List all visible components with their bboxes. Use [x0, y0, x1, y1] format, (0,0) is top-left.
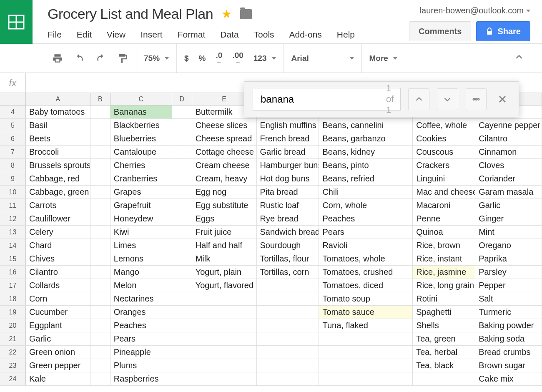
app-logo[interactable] — [0, 0, 33, 44]
undo-icon[interactable] — [73, 53, 85, 64]
cell[interactable]: Rice, jasmine — [413, 266, 475, 279]
cell[interactable]: Cilantro — [475, 132, 542, 145]
column-header[interactable]: A — [26, 93, 90, 105]
cell[interactable]: Rice, instant — [413, 252, 475, 265]
row-header[interactable]: 16 — [0, 266, 26, 279]
cell[interactable]: Cookies — [413, 132, 475, 145]
cell[interactable]: Broccoli — [26, 146, 90, 158]
cell[interactable] — [90, 226, 110, 239]
comments-button[interactable]: Comments — [409, 21, 471, 41]
column-header[interactable]: D — [172, 93, 192, 105]
cell[interactable] — [90, 146, 110, 158]
cell[interactable]: Baking soda — [475, 332, 542, 345]
cell[interactable]: Tomato soup — [319, 292, 413, 305]
cell[interactable]: Corn — [26, 292, 90, 305]
cell[interactable]: Cheese spread — [192, 132, 257, 145]
cell[interactable]: Carrots — [26, 199, 90, 212]
row-header[interactable]: 11 — [0, 199, 26, 212]
cell[interactable]: Kiwi — [110, 226, 172, 239]
cell[interactable]: Salt — [475, 292, 542, 305]
cell[interactable]: Celery — [26, 226, 90, 239]
cell[interactable]: Tomatoes, crushed — [319, 266, 413, 279]
cell[interactable]: Corn, whole — [319, 199, 413, 212]
cell[interactable] — [90, 279, 110, 292]
cell[interactable]: Mango — [110, 266, 172, 279]
cell[interactable] — [172, 119, 192, 132]
menu-edit[interactable]: Edit — [77, 30, 92, 40]
row-header[interactable]: 17 — [0, 279, 26, 292]
cell[interactable] — [90, 306, 110, 319]
menu-help[interactable]: Help — [337, 30, 355, 40]
cell[interactable]: Oranges — [110, 306, 172, 319]
cell[interactable]: Cilantro — [26, 266, 90, 279]
row-header[interactable]: 5 — [0, 119, 26, 132]
cell[interactable]: Beans, cannelini — [319, 119, 413, 132]
account-email[interactable]: lauren-bowen@outlook.com — [420, 6, 530, 15]
cell[interactable] — [172, 306, 192, 319]
row-header[interactable]: 9 — [0, 172, 26, 185]
cell[interactable]: Chard — [26, 239, 90, 252]
cell[interactable] — [172, 132, 192, 145]
cell[interactable]: Macaroni — [413, 199, 475, 212]
cell[interactable] — [90, 372, 110, 385]
cell[interactable] — [172, 146, 192, 158]
more-toolbar-dropdown[interactable]: More — [369, 54, 397, 63]
cell[interactable] — [90, 119, 110, 132]
row-header[interactable]: 21 — [0, 332, 26, 345]
cell[interactable] — [90, 239, 110, 252]
cell[interactable]: Grapefruit — [110, 199, 172, 212]
cell[interactable]: Garlic bread — [257, 146, 319, 158]
cell[interactable]: Pita bread — [257, 186, 319, 199]
cell[interactable]: Plums — [110, 359, 172, 372]
cell[interactable] — [192, 319, 257, 332]
menu-view[interactable]: View — [107, 30, 125, 40]
cell[interactable] — [192, 292, 257, 305]
cell[interactable]: Coriander — [475, 172, 542, 185]
cell[interactable]: Hamburger buns — [257, 159, 319, 172]
cell[interactable]: Pineapple — [110, 346, 172, 359]
row-header[interactable]: 23 — [0, 359, 26, 372]
cell[interactable]: Cinnamon — [475, 146, 542, 158]
cell[interactable]: Spaghetti — [413, 306, 475, 319]
cell[interactable]: Pears — [110, 332, 172, 345]
row-header[interactable]: 7 — [0, 146, 26, 158]
star-icon[interactable]: ★ — [221, 7, 232, 21]
cell[interactable]: Egg substitute — [192, 199, 257, 212]
cell[interactable]: Green onion — [26, 346, 90, 359]
cell[interactable] — [90, 186, 110, 199]
select-all-corner[interactable] — [0, 93, 26, 105]
document-title[interactable]: Grocery List and Meal Plan — [48, 6, 213, 22]
cell[interactable]: Peaches — [110, 319, 172, 332]
cell[interactable]: Pears — [319, 226, 413, 239]
cell[interactable]: Rotini — [413, 292, 475, 305]
cell[interactable]: Beets — [26, 132, 90, 145]
cell[interactable] — [172, 346, 192, 359]
find-input-box[interactable]: 1 of 1 — [253, 88, 401, 111]
cell[interactable]: Cream, heavy — [192, 172, 257, 185]
decrease-decimal-button[interactable]: .0 ← — [216, 51, 223, 65]
cell[interactable]: Eggplant — [26, 319, 90, 332]
cell[interactable] — [257, 306, 319, 319]
find-prev-button[interactable] — [408, 88, 429, 110]
menu-format[interactable]: Format — [178, 30, 206, 40]
cell[interactable] — [319, 372, 413, 385]
cell[interactable]: Tomato sauce — [319, 306, 413, 319]
cell[interactable]: Tortillas, flour — [257, 252, 319, 265]
cell[interactable]: Tea, green — [413, 332, 475, 345]
cell[interactable] — [172, 266, 192, 279]
cell[interactable] — [90, 106, 110, 118]
redo-icon[interactable] — [95, 53, 107, 64]
cell[interactable]: Mac and cheese — [413, 186, 475, 199]
fx-icon[interactable]: fx — [0, 73, 26, 93]
cell[interactable]: Tea, herbal — [413, 346, 475, 359]
cell[interactable]: Beans, refried — [319, 172, 413, 185]
cell[interactable]: Sourdough — [257, 239, 319, 252]
cell[interactable]: Beans, pinto — [319, 159, 413, 172]
cell[interactable] — [257, 346, 319, 359]
cell[interactable] — [90, 319, 110, 332]
cell[interactable]: French bread — [257, 132, 319, 145]
cell[interactable]: Oregano — [475, 239, 542, 252]
cell[interactable]: Tea, black — [413, 359, 475, 372]
cell[interactable]: Rice, brown — [413, 239, 475, 252]
print-icon[interactable] — [52, 53, 63, 64]
